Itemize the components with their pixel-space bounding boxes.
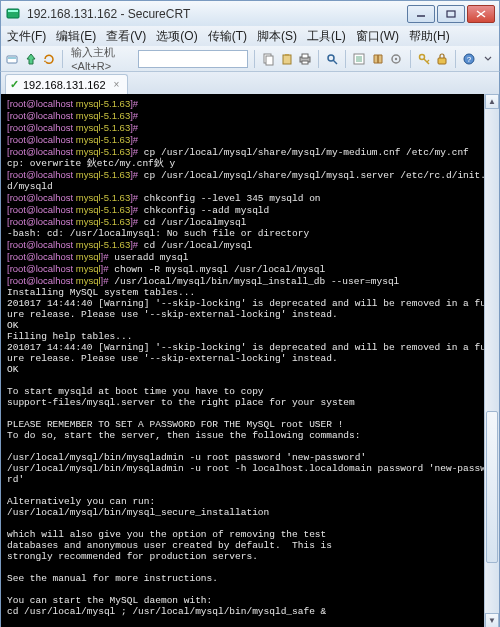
- menu-transfer[interactable]: 传输(T): [208, 28, 247, 45]
- menu-tools[interactable]: 工具(L): [307, 28, 346, 45]
- toolbar-separator: [455, 50, 456, 68]
- svg-rect-11: [285, 54, 289, 56]
- quick-connect-icon[interactable]: [23, 49, 37, 69]
- terminal-pane: [root@localhost mysql-5.1.63]# [root@loc…: [0, 94, 500, 627]
- scroll-down-icon[interactable]: ▼: [485, 613, 499, 627]
- scroll-up-icon[interactable]: ▲: [485, 94, 499, 109]
- paste-icon[interactable]: [279, 49, 293, 69]
- menu-window[interactable]: 窗口(W): [356, 28, 399, 45]
- vertical-scrollbar[interactable]: ▲ ▼: [484, 94, 499, 627]
- toolbar: 输入主机 <Alt+R> ?: [0, 46, 500, 72]
- svg-rect-26: [438, 58, 446, 64]
- terminal[interactable]: [root@localhost mysql-5.1.63]# [root@loc…: [1, 94, 499, 627]
- scroll-track[interactable]: [485, 109, 499, 613]
- tab-strip: ✓ 192.168.131.162 ×: [0, 72, 500, 94]
- toolbar-separator: [62, 50, 63, 68]
- svg-rect-13: [302, 54, 308, 58]
- svg-rect-7: [8, 57, 16, 59]
- tab-close-icon[interactable]: ×: [114, 79, 120, 90]
- tab-label: 192.168.131.162: [23, 79, 106, 91]
- menu-script[interactable]: 脚本(S): [257, 28, 297, 45]
- host-input[interactable]: [138, 50, 248, 68]
- toolbar-separator: [345, 50, 346, 68]
- svg-point-23: [419, 54, 424, 59]
- menu-options[interactable]: 选项(O): [156, 28, 197, 45]
- window-titlebar: 192.168.131.162 - SecureCRT: [0, 0, 500, 26]
- svg-point-22: [395, 57, 397, 59]
- reconnect-icon[interactable]: [42, 49, 56, 69]
- toolbar-overflow-icon[interactable]: [480, 49, 494, 69]
- lock-icon[interactable]: [435, 49, 449, 69]
- menu-file[interactable]: 文件(F): [7, 28, 46, 45]
- maximize-button[interactable]: [437, 5, 465, 23]
- toolbar-separator: [410, 50, 411, 68]
- key-icon[interactable]: [416, 49, 430, 69]
- svg-text:?: ?: [467, 55, 472, 64]
- properties-icon[interactable]: [352, 49, 366, 69]
- menu-help[interactable]: 帮助(H): [409, 28, 450, 45]
- svg-rect-9: [266, 56, 273, 65]
- svg-rect-3: [447, 11, 455, 17]
- terminal-output: [root@localhost mysql-5.1.63]# [root@loc…: [7, 98, 493, 627]
- toolbar-separator: [318, 50, 319, 68]
- host-label: 输入主机 <Alt+R>: [71, 45, 134, 72]
- svg-rect-1: [8, 10, 18, 12]
- menu-view[interactable]: 查看(V): [106, 28, 146, 45]
- connect-icon[interactable]: [5, 49, 19, 69]
- app-icon: [5, 6, 21, 22]
- close-button[interactable]: [467, 5, 495, 23]
- menu-bar: 文件(F) 编辑(E) 查看(V) 选项(O) 传输(T) 脚本(S) 工具(L…: [0, 26, 500, 46]
- minimize-button[interactable]: [407, 5, 435, 23]
- print-icon[interactable]: [298, 49, 312, 69]
- svg-rect-10: [283, 55, 291, 64]
- session-tab[interactable]: ✓ 192.168.131.162 ×: [5, 74, 128, 94]
- toolbar-separator: [254, 50, 255, 68]
- svg-line-25: [427, 60, 429, 62]
- svg-rect-14: [302, 61, 308, 64]
- find-icon[interactable]: [325, 49, 339, 69]
- svg-line-16: [333, 60, 337, 64]
- help-icon[interactable]: ?: [462, 49, 476, 69]
- copy-icon[interactable]: [261, 49, 275, 69]
- scroll-thumb[interactable]: [486, 411, 498, 562]
- window-title: 192.168.131.162 - SecureCRT: [27, 7, 405, 21]
- options-icon[interactable]: [389, 49, 403, 69]
- menu-edit[interactable]: 编辑(E): [56, 28, 96, 45]
- connected-icon: ✓: [10, 78, 19, 91]
- book-icon[interactable]: [371, 49, 385, 69]
